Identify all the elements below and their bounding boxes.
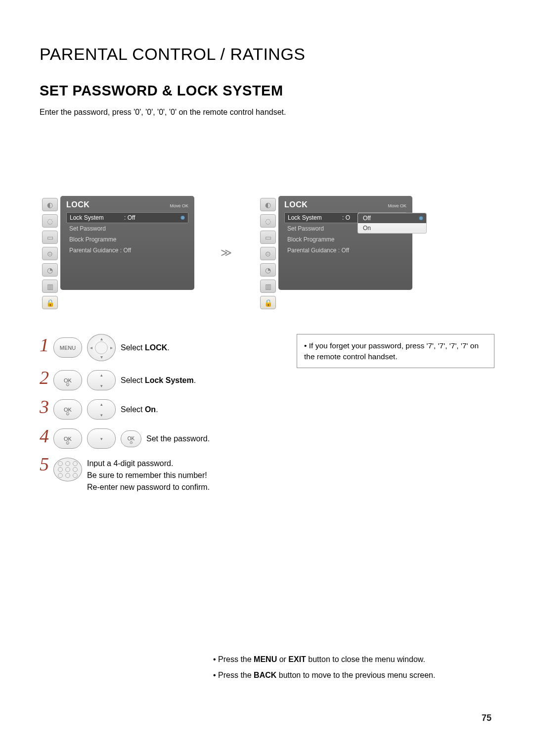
sidebar-tab: ◔ <box>42 263 58 277</box>
panel-hint: Move OK <box>388 203 406 208</box>
step-text: Set the password. <box>146 434 210 443</box>
dpad-button[interactable]: ▴ ▾ ◂ ▸ <box>87 334 116 361</box>
chevron-down-icon: ▾ <box>100 383 103 388</box>
text: button to move to the previous menu scre… <box>276 671 435 679</box>
chevron-down-icon: ▾ <box>100 436 103 441</box>
popup-option-on[interactable]: On <box>358 223 426 233</box>
chevron-up-icon: ▴ <box>100 402 103 407</box>
ok-button[interactable]: OK ⊙ <box>53 370 82 390</box>
text-bold: LOCK <box>145 343 167 352</box>
steps-area: 1 MENU ▴ ▾ ◂ ▸ Select LOCK. 2 OK ⊙ ▴ ▾ <box>40 334 494 502</box>
menu-button[interactable]: MENU <box>53 337 82 358</box>
text: Re-enter new password to confirm. <box>87 481 210 493</box>
step-text: Select LOCK. <box>121 343 170 352</box>
chevron-up-icon: ▴ <box>100 373 103 378</box>
text-bold: MENU <box>254 655 277 663</box>
ok-button[interactable]: OK ⊙ <box>121 430 141 447</box>
chevron-down-icon: ▾ <box>100 413 103 418</box>
step-number: 1 <box>40 335 48 354</box>
dot-icon: ⊙ <box>66 440 70 445</box>
sidebar-tab: ◐ <box>42 198 58 211</box>
menu-block-programme[interactable]: Block Programme <box>284 234 406 245</box>
sidebar-tab: ▥ <box>42 280 58 293</box>
text: . <box>167 343 169 352</box>
panel-title: LOCK <box>284 200 308 209</box>
selection-dot-icon <box>419 216 423 221</box>
tip-box: • If you forget your password, press '7'… <box>297 334 494 368</box>
step-4: 4 OK ⊙ ▾ OK ⊙ Set the password. <box>40 428 277 449</box>
left-sidebar: ◐ ◌ ▭ ⊙ ◔ ▥ 🔒 <box>40 196 60 309</box>
footer-notes: • Press the MENU or EXIT button to close… <box>0 655 534 687</box>
text: Select <box>121 376 145 384</box>
menu-lock-system[interactable]: Lock System : Off <box>66 212 188 223</box>
selection-dot-icon <box>180 216 185 220</box>
text: button to close the menu window. <box>306 655 425 663</box>
lock-panel-left: LOCK Move OK Lock System : Off Set Passw… <box>60 196 194 290</box>
dpad-center <box>95 341 108 354</box>
updown-button[interactable]: ▴ ▾ <box>87 370 116 390</box>
menu-parental-guidance[interactable]: Parental Guidance : Off <box>284 245 406 256</box>
sidebar-tab: ⊙ <box>260 247 276 260</box>
step-text: Select Lock System. <box>121 376 196 385</box>
panel-hint: Move OK <box>170 203 188 208</box>
text: • Press the <box>213 655 254 663</box>
step-2: 2 OK ⊙ ▴ ▾ Select Lock System. <box>40 370 277 390</box>
menu-parental-guidance[interactable]: Parental Guidance : Off <box>66 245 188 256</box>
right-sidebar: ◐ ◌ ▭ ⊙ ◔ ▥ 🔒 <box>258 196 278 309</box>
sidebar-tab: ◌ <box>42 214 58 228</box>
sidebar-tab: ◐ <box>260 198 276 211</box>
menu-value: : Off <box>124 214 135 221</box>
sidebar-tab: ▥ <box>260 280 276 293</box>
page-title: PARENTAL CONTROL / RATINGS <box>40 45 494 64</box>
popup-option-label: On <box>363 225 371 232</box>
text: Input a 4-digit password. <box>87 458 210 470</box>
arrow-right-icon: ≫ <box>206 246 246 259</box>
text: Select <box>121 343 145 352</box>
sidebar-tab: ◔ <box>260 263 276 277</box>
step-text: Select On. <box>121 405 158 414</box>
text-bold: Lock System <box>145 376 194 384</box>
text: • Press the <box>213 671 254 679</box>
panel-title: LOCK <box>66 200 89 209</box>
popup-option-off[interactable]: Off <box>358 213 426 223</box>
page-number: 75 <box>482 713 491 723</box>
chevron-down-icon: ▾ <box>100 354 103 360</box>
button-label: MENU <box>60 345 76 351</box>
sidebar-tab-lock: 🔒 <box>42 296 58 309</box>
chevron-left-icon: ◂ <box>90 345 92 350</box>
ok-button[interactable]: OK ⊙ <box>53 399 82 420</box>
steps-left: 1 MENU ▴ ▾ ◂ ▸ Select LOCK. 2 OK ⊙ ▴ ▾ <box>40 334 277 502</box>
screens-row: ◐ ◌ ▭ ⊙ ◔ ▥ 🔒 LOCK Move OK Lock System :… <box>40 196 494 309</box>
sidebar-tab: ▭ <box>42 231 58 244</box>
ok-button[interactable]: OK ⊙ <box>53 428 82 449</box>
text: Be sure to remember this number! <box>87 470 210 481</box>
text: or <box>277 655 288 663</box>
step-1: 1 MENU ▴ ▾ ◂ ▸ Select LOCK. <box>40 334 277 361</box>
down-button[interactable]: ▾ <box>87 428 116 449</box>
lock-system-popup: Off On <box>357 213 427 234</box>
menu-block-programme[interactable]: Block Programme <box>66 234 188 245</box>
sidebar-tab: ◌ <box>260 214 276 228</box>
text: Select <box>121 405 145 414</box>
intro-text: Enter the password, press '0', '0', '0',… <box>40 108 494 117</box>
step-text: Input a 4-digit password. Be sure to rem… <box>87 458 210 493</box>
dot-icon: ⊙ <box>66 411 70 416</box>
screen-right: ◐ ◌ ▭ ⊙ ◔ ▥ 🔒 LOCK Move OK Lock System :… <box>258 196 412 309</box>
menu-set-password[interactable]: Set Password <box>66 223 188 234</box>
sidebar-tab: ⊙ <box>42 247 58 260</box>
menu-label: Lock System <box>288 214 342 221</box>
step-number: 2 <box>40 368 48 387</box>
step-number: 3 <box>40 397 48 416</box>
popup-option-label: Off <box>363 215 371 222</box>
text-bold: BACK <box>254 671 276 679</box>
dot-icon: ⊙ <box>130 440 133 445</box>
text-bold: EXIT <box>288 655 306 663</box>
number-pad[interactable] <box>53 458 82 481</box>
text-bold: On <box>145 405 156 414</box>
sidebar-tab: ▭ <box>260 231 276 244</box>
footer-line-2: • Press the BACK button to move to the p… <box>213 671 491 680</box>
updown-button[interactable]: ▴ ▾ <box>87 399 116 420</box>
text: . <box>194 376 196 384</box>
sidebar-tab-lock: 🔒 <box>260 296 276 309</box>
chevron-up-icon: ▴ <box>100 336 103 341</box>
